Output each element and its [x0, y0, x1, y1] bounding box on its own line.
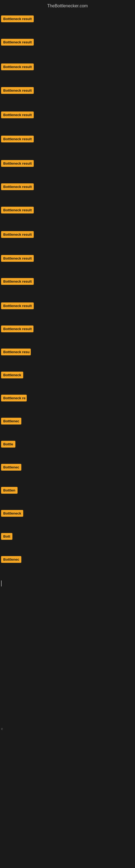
site-title: TheBottlenecker.com	[0, 1, 135, 10]
bottleneck-badge-row-2: Bottleneck result	[1, 39, 34, 46]
bottleneck-badge[interactable]: Bottleneck result	[1, 303, 34, 309]
bottleneck-badge[interactable]: Bottlenec	[1, 556, 21, 563]
bottleneck-badge[interactable]: Bott	[1, 533, 12, 540]
bottleneck-badge[interactable]: Bottleneck result	[1, 231, 34, 238]
bottleneck-badge-row-15: Bottleneck resu	[1, 348, 31, 356]
bottleneck-badge-row-8: Bottleneck result	[1, 183, 34, 191]
bottleneck-badge-row-4: Bottleneck result	[1, 87, 34, 95]
bottleneck-badge-row-20: Bottlenec	[1, 464, 21, 472]
bottom-character: e	[1, 727, 3, 731]
bottleneck-badge[interactable]: Bottleneck result	[1, 87, 34, 94]
bottleneck-badge[interactable]: Bottlenec	[1, 418, 21, 425]
bottleneck-badge-row-23: Bott	[1, 533, 12, 541]
bottleneck-badge-row-22: Bottleneck	[1, 510, 23, 518]
bottleneck-badge[interactable]: Bottleneck	[1, 510, 23, 517]
bottleneck-badge[interactable]: Bottlenec	[1, 464, 21, 471]
bottleneck-badge-row-13: Bottleneck result	[1, 303, 34, 310]
bottleneck-badge[interactable]: Bottleneck result	[1, 278, 34, 285]
cursor-indicator	[1, 581, 2, 586]
bottleneck-badge-row-21: Bottlen	[1, 487, 17, 495]
bottleneck-badge-row-6: Bottleneck result	[1, 135, 34, 144]
bottleneck-badge[interactable]: Bottleneck	[1, 372, 23, 378]
bottleneck-badge[interactable]: Bottleneck result	[1, 183, 34, 190]
bottleneck-badge-row-12: Bottleneck result	[1, 278, 34, 286]
bottleneck-badge[interactable]: Bottleneck resu	[1, 348, 31, 355]
bottleneck-badge[interactable]: Bottlen	[1, 487, 17, 494]
bottleneck-badge[interactable]: Bottleneck result	[1, 63, 34, 70]
bottleneck-badge[interactable]: Bottleneck result	[1, 135, 34, 143]
bottleneck-badge-row-19: Bottle	[1, 441, 15, 448]
bottleneck-badge[interactable]: Bottleneck result	[1, 112, 34, 118]
bottleneck-badge[interactable]: Bottleneck result	[1, 160, 34, 167]
bottleneck-badge[interactable]: Bottleneck result	[1, 255, 34, 262]
bottleneck-badge[interactable]: Bottleneck result	[1, 207, 34, 214]
bottleneck-badge-row-1: Bottleneck result	[1, 16, 34, 23]
bottleneck-badge-row-5: Bottleneck result	[1, 112, 34, 119]
bottleneck-badge-row-17: Bottleneck re	[1, 395, 27, 403]
bottleneck-badge-row-10: Bottleneck result	[1, 231, 34, 239]
bottleneck-badge-row-24: Bottlenec	[1, 556, 21, 564]
bottleneck-badge-row-11: Bottleneck result	[1, 255, 34, 263]
bottleneck-badge[interactable]: Bottleneck re	[1, 395, 27, 401]
page-wrapper: TheBottlenecker.com Bottleneck resultBot…	[0, 0, 135, 868]
bottleneck-badge[interactable]: Bottleneck result	[1, 39, 34, 45]
bottleneck-badge-row-7: Bottleneck result	[1, 160, 34, 168]
bottleneck-badge-row-16: Bottleneck	[1, 372, 23, 379]
bottleneck-badge[interactable]: Bottleneck result	[1, 326, 34, 332]
bottleneck-badge-row-3: Bottleneck result	[1, 63, 34, 71]
bottleneck-badge[interactable]: Bottleneck result	[1, 16, 34, 22]
bottleneck-badge-row-14: Bottleneck result	[1, 326, 34, 333]
bottleneck-badge-row-18: Bottlenec	[1, 418, 21, 426]
bottleneck-badge[interactable]: Bottle	[1, 441, 15, 447]
bottleneck-badge-row-9: Bottleneck result	[1, 207, 34, 215]
